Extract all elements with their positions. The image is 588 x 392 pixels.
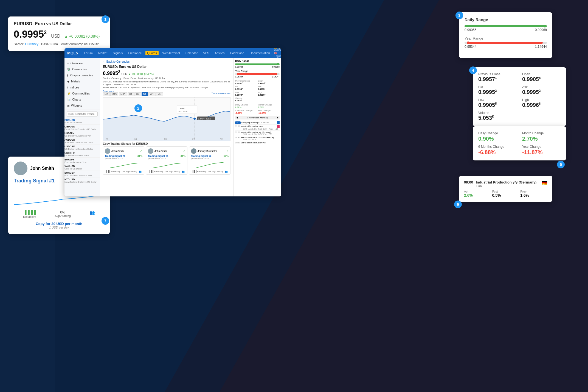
calendar-nav: ◀ 7 November, Monday ▶ bbox=[235, 116, 280, 119]
charts-icon: 📊 bbox=[67, 98, 71, 101]
tf-h1[interactable]: H1 bbox=[128, 92, 134, 96]
platform-symbol-title: EURUSD: Euro vs US Dollar bbox=[103, 65, 230, 69]
six-months-item: 6 Months Change -6.88% bbox=[478, 145, 517, 155]
tf-m15[interactable]: M15 bbox=[110, 92, 119, 96]
act-item: Act 2.6% bbox=[464, 190, 491, 198]
tf-mn[interactable]: MN bbox=[156, 92, 163, 96]
right-year-range-title: Year Range bbox=[235, 70, 280, 73]
crypto-icon: ₿ bbox=[67, 74, 69, 77]
signal-item-2: John Smith ✔ Trading Signal #1 31% growt… bbox=[146, 146, 187, 175]
event-currency: EUR bbox=[476, 184, 536, 188]
symbol-gbpusd[interactable]: GBPUSD Great Britain Pound vs US Dollar bbox=[64, 125, 100, 131]
tf-h4[interactable]: H4 bbox=[134, 92, 141, 96]
platform-price-row: 0.99952 USD ▲ +0.00381 (0.38%) bbox=[103, 69, 230, 76]
search-container bbox=[64, 110, 100, 118]
right-daily-range-title: Daily Range bbox=[235, 60, 280, 62]
search-input[interactable] bbox=[67, 112, 98, 116]
fullscreen-btn[interactable]: ⛶ Full Screen Chart bbox=[211, 92, 230, 96]
overview-icon: ≡ bbox=[67, 62, 69, 65]
copy-button[interactable]: Copy for 30 USD per month bbox=[14, 222, 104, 226]
nav-articles[interactable]: Articles bbox=[213, 51, 226, 55]
signal-item-3: Jeremy Burmister ✔ Trading Signal #2 57%… bbox=[189, 146, 230, 175]
per-day-label: 1 USD per day bbox=[14, 226, 104, 229]
sidebar-item-overview[interactable]: ≡ Overview bbox=[64, 60, 100, 66]
prev-item: Prev 1.6% bbox=[520, 190, 547, 198]
symbol-xauusd[interactable]: XAUUSD Gold vs US Dollar bbox=[64, 164, 100, 171]
widgets-icon: ⊞ bbox=[67, 104, 69, 107]
back-link[interactable]: ← Back to Currencies bbox=[103, 60, 230, 63]
right-price-stats: Previous Close0.9957¹ Open0.9905⁸ Bid0.9… bbox=[235, 80, 280, 102]
symbol-usdjpy[interactable]: USDJPY US Dollar vs Japanese Yen bbox=[64, 131, 100, 138]
nav-webterminal[interactable]: WebTerminal bbox=[161, 51, 182, 55]
symbol-usdchf[interactable]: USDCHF US Dollar vs Swiss Franc bbox=[64, 151, 100, 158]
event-data-grid: Act 2.6% Fcst 0.5% Prev 1.6% bbox=[464, 190, 547, 198]
right-panel: Daily Range 0.990550.99968 Year Range 0.… bbox=[233, 58, 281, 196]
signals-section-title: Copy Trading Signals for EURUSD bbox=[103, 142, 230, 145]
symbol-list: EURUSD Euro vs US Dollar GBPUSD Great Br… bbox=[64, 118, 100, 184]
commodities-icon: 🌾 bbox=[67, 92, 71, 95]
read-more-link[interactable]: Read more bbox=[103, 90, 230, 92]
nav-calendar[interactable]: Calendar bbox=[184, 51, 199, 55]
low-item: Low 0.99055 bbox=[478, 98, 517, 108]
change-stats-card: Daily Change 0.90% Month Change 2.70% 6 … bbox=[473, 126, 566, 160]
signals-list: John Smith ✔ Trading Signal #1 31% growt… bbox=[103, 146, 230, 175]
nav-signals[interactable]: Signals bbox=[111, 51, 124, 55]
right-change-stats: Daily Change0.90% Month Change2.70% 6 Mo… bbox=[235, 104, 280, 114]
event-title: Industrial Production y/y (Germany) bbox=[476, 180, 536, 184]
tf-w1[interactable]: W1 bbox=[148, 92, 156, 96]
year-range-label: Year Range bbox=[465, 36, 547, 40]
sector-link[interactable]: Currency bbox=[25, 42, 38, 46]
nav-vps[interactable]: VPS bbox=[201, 51, 211, 55]
price-change: ▲ +0.00381 (0.38%) bbox=[64, 34, 100, 38]
metals-icon: ◆ bbox=[67, 80, 69, 83]
signal-title: Trading Signal #1 bbox=[14, 178, 55, 184]
platform-logo: MQL5 bbox=[67, 51, 78, 55]
badge-2: 2 bbox=[134, 104, 142, 112]
nav-codebase[interactable]: CodeBase bbox=[228, 51, 246, 55]
symbol-eurgbp[interactable]: EURGBP Euro vs Great Britain Pound bbox=[64, 171, 100, 177]
symbol-nzdusd[interactable]: NZDUSD New Zealand Dollar vs US Dollar bbox=[64, 177, 100, 184]
currencies-icon: 💱 bbox=[67, 68, 71, 71]
symbol-audusd[interactable]: AUDUSD Australian Dollar vs US Dollar bbox=[64, 138, 100, 144]
sidebar-item-charts[interactable]: 📊 Charts bbox=[64, 96, 100, 102]
nav-market[interactable]: Market bbox=[97, 51, 109, 55]
platform-body: ≡ Overview 💱 Currencies ₿ Cryptocurrenci… bbox=[64, 58, 281, 196]
symbol-meta: Sector: Currency Base: Euro Profit curre… bbox=[14, 42, 104, 46]
platform-content: ← Back to Currencies EURUSD: Euro vs US … bbox=[100, 58, 233, 196]
signal-stats-row: ▐▐▐▐ Reliability 0% Algo trading 👥 bbox=[14, 210, 104, 218]
svg-text:Oct: Oct bbox=[192, 138, 195, 140]
badge-4: 4 bbox=[469, 66, 477, 74]
calendar-events: EU Eurogroup Meeting EUR All day 09:00 I… bbox=[235, 121, 280, 144]
sidebar-item-metals[interactable]: ◆ Metals bbox=[64, 78, 100, 84]
change-grid: Daily Change 0.90% Month Change 2.70% 6 … bbox=[478, 131, 561, 155]
year-range-bar: 0.95344 1.14944 bbox=[465, 42, 547, 49]
symbol-usdcad[interactable]: USDCAD US Dollar vs Canadian Dollar bbox=[64, 144, 100, 151]
sidebar-item-commodities[interactable]: 🌾 Commodities bbox=[64, 90, 100, 96]
nav-forum[interactable]: Forum bbox=[82, 51, 94, 55]
symbol-eurusd[interactable]: EURUSD Euro vs US Dollar bbox=[64, 118, 100, 125]
signal-item-1: John Smith ✔ Trading Signal #1 31% growt… bbox=[103, 146, 144, 175]
high-val: 0.99968 bbox=[522, 102, 561, 108]
platform-header: MQL5 Forum Market Signals Freelance Quot… bbox=[64, 48, 281, 58]
sidebar-item-indices[interactable]: / Indices bbox=[64, 84, 100, 90]
badge-6: 6 bbox=[454, 201, 462, 208]
timeframe-row: M5 M15 M30 H1 H4 D1 W1 MN ⛶ Full Screen … bbox=[103, 92, 230, 96]
sidebar-item-widgets[interactable]: ⊞ Widgets bbox=[64, 102, 100, 109]
prev-day-btn[interactable]: ◀ bbox=[236, 116, 238, 119]
nav-quotes[interactable]: Quotes bbox=[145, 51, 158, 55]
tf-m5[interactable]: M5 bbox=[103, 92, 110, 96]
svg-text:Aug: Aug bbox=[134, 138, 137, 140]
tf-m30[interactable]: M30 bbox=[119, 92, 127, 96]
sidebar-item-crypto[interactable]: ₿ Cryptocurrencies bbox=[64, 72, 100, 78]
daily-range-card: Daily Range 0.99055 0.99968 Year Range 0… bbox=[459, 12, 552, 58]
platform-card: MQL5 Forum Market Signals Freelance Quot… bbox=[64, 48, 281, 196]
price-display: 0.99952 USD bbox=[14, 29, 60, 40]
economic-event-card: 09:00 Industrial Production y/y (Germany… bbox=[459, 176, 552, 202]
nav-docs[interactable]: Documentation bbox=[248, 51, 272, 55]
sidebar-item-currencies[interactable]: 💱 Currencies bbox=[64, 66, 100, 72]
signal-avatar-1 bbox=[105, 148, 110, 154]
nav-freelance[interactable]: Freelance bbox=[126, 51, 143, 55]
symbol-eurjpy[interactable]: EURJPY Euro vs Japanese Yen bbox=[64, 158, 100, 164]
tf-d1[interactable]: D1 bbox=[142, 92, 148, 96]
next-day-btn[interactable]: ▶ bbox=[277, 116, 278, 119]
